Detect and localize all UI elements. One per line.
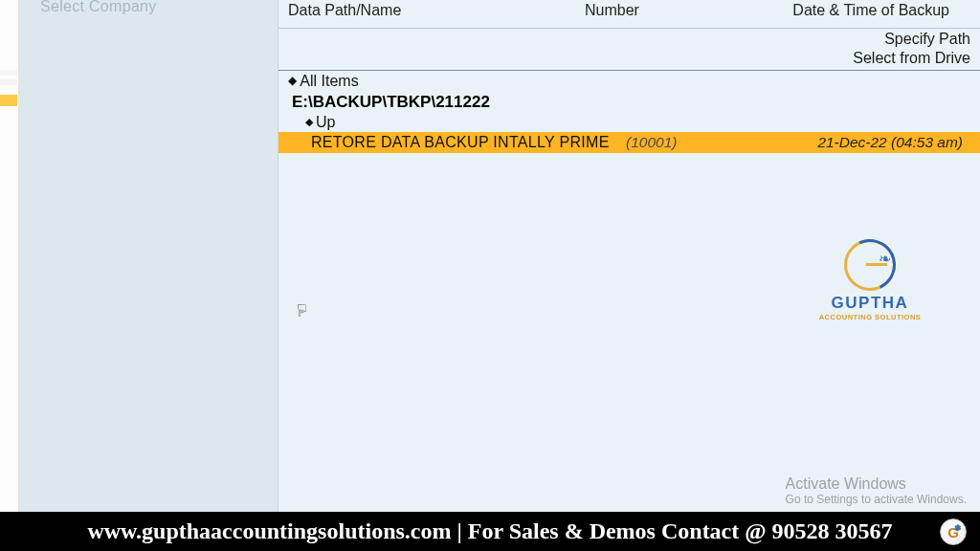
minor-line [0,70,17,76]
brand-logo-icon: ❧ [844,239,896,291]
header-data-path: Data Path/Name [288,2,401,19]
action-select-from-drive[interactable]: Select from Drive [853,50,970,67]
row-up[interactable]: Up [278,113,980,132]
banner-logo-icon: G✽ [940,518,967,545]
selected-name: RETORE DATA BACKUP INTALLY PRIME [311,134,610,151]
header-number: Number [585,2,639,19]
brand-watermark: ❧ GUPTHA ACCOUNTING SOLUTIONS [817,239,923,321]
banner-text: www.gupthaaccountingsolutions.com | For … [87,518,892,544]
selected-number: (10001) [626,134,677,151]
minor-line [0,79,17,85]
brand-name: GUPTHA [817,294,923,313]
activate-windows-notice: Activate Windows Go to Settings to activ… [786,475,967,506]
row-current-path: E:\BACKUP\TBKP\211222 [278,92,980,113]
column-headers: Data Path/Name Number Date & Time of Bac… [278,0,980,29]
activate-title: Activate Windows [786,475,967,493]
cursor-icon: ☟ [297,300,307,321]
sidebar-dimmed-label: Select Company [40,0,157,15]
actions-block: Specify Path Select from Drive [278,29,980,71]
activate-sub: Go to Settings to activate Windows. [786,493,967,506]
brand-sub: ACCOUNTING SOLUTIONS [817,313,923,321]
main-panel: Data Path/Name Number Date & Time of Bac… [278,0,980,512]
sidebar: Select Company [19,0,278,512]
row-selected-backup[interactable]: RETORE DATA BACKUP INTALLY PRIME (10001)… [278,132,980,153]
header-date: Date & Time of Backup [792,2,949,19]
list-rows: All Items E:\BACKUP\TBKP\211222 Up RETOR… [278,71,980,153]
app-window: Select Company Data Path/Name Number Dat… [0,0,980,551]
bottom-banner: www.gupthaaccountingsolutions.com | For … [0,512,980,551]
row-all-items[interactable]: All Items [278,71,980,92]
selected-date: 21-Dec-22 (04:53 am) [817,134,963,151]
far-left-strip [0,0,19,512]
minor-highlight [0,95,17,106]
action-specify-path[interactable]: Specify Path [884,31,970,48]
